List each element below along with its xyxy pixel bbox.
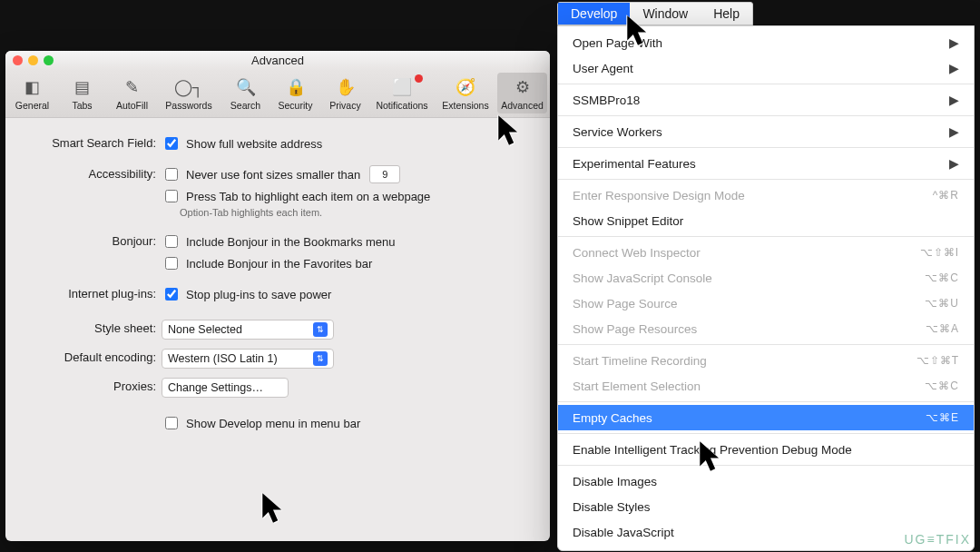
style-sheet-label: Style sheet: [20, 320, 162, 335]
never-font-checkbox[interactable]: Never use font sizes smaller than9 [162, 165, 535, 183]
menu-item[interactable]: Open Page With▶ [558, 30, 974, 55]
menu-separator [558, 433, 974, 434]
menu-item-label: Enter Responsive Design Mode [573, 189, 924, 202]
chevron-updown-icon: ⇅ [313, 351, 328, 366]
menu-item[interactable]: Show Snippet Editor [558, 208, 974, 233]
tabs-icon: ▤ [71, 76, 94, 98]
menu-item-shortcut: ⌥⇧⌘I [920, 246, 959, 259]
chevron-right-icon: ▶ [949, 156, 959, 171]
menu-item-label: Show Page Resources [573, 322, 916, 336]
tab-general[interactable]: ◧General [7, 73, 57, 113]
tab-privacy[interactable]: ✋Privacy [320, 73, 370, 113]
accessibility-hint: Option-Tab highlights each item. [180, 207, 535, 218]
window-controls [13, 55, 54, 65]
close-icon[interactable] [13, 55, 23, 65]
cursor-icon [261, 492, 285, 521]
menu-item: Show Page Source⌥⌘U [558, 291, 974, 316]
window-titlebar: Advanced [5, 51, 550, 71]
menu-item: Show Page Resources⌥⌘A [558, 316, 974, 341]
menu-separator [558, 84, 974, 84]
menu-item-shortcut: ⌥⌘C [925, 271, 959, 284]
menu-item-label: Start Element Selection [573, 380, 916, 393]
press-tab-checkbox[interactable]: Press Tab to highlight each item on a we… [162, 187, 535, 205]
change-settings-button[interactable]: Change Settings… [162, 378, 289, 398]
key-icon: ◯┐ [177, 76, 201, 98]
watermark: UG≡TFIX [905, 532, 972, 547]
cursor-icon [699, 440, 722, 469]
menubar-item-develop[interactable]: Develop [558, 3, 630, 25]
bonjour-bookmarks-checkbox[interactable]: Include Bonjour in the Bookmarks menu [162, 232, 535, 251]
menu-item[interactable]: SSMBPro18▶ [558, 87, 974, 113]
menu-item[interactable]: Enable Intelligent Tracking Prevention D… [558, 437, 974, 462]
menu-item-label: Disable JavaScript [573, 526, 959, 539]
menu-item-shortcut: ⌥⌘A [926, 322, 959, 335]
tab-passwords[interactable]: ◯┐Passwords [157, 73, 220, 113]
menu-item: Enter Responsive Design Mode^⌘R [558, 182, 974, 208]
menu-item-shortcut: ⌥⌘C [925, 380, 959, 392]
menubar: Develop Window Help [557, 2, 753, 25]
menu-item[interactable]: Experimental Features▶ [558, 151, 974, 176]
chevron-right-icon: ▶ [949, 35, 959, 50]
tab-search[interactable]: 🔍Search [220, 73, 270, 113]
menu-item[interactable]: Service Workers▶ [558, 119, 974, 144]
prefs-toolbar: ◧General ▤Tabs ✎AutoFill ◯┐Passwords 🔍Se… [5, 71, 550, 118]
font-size-stepper[interactable]: 9 [369, 165, 400, 183]
chevron-updown-icon: ⇅ [313, 322, 328, 337]
menu-item-shortcut: ⌥⇧⌘T [916, 354, 959, 367]
default-encoding-label: Default encoding: [20, 349, 162, 364]
bonjour-label: Bonjour: [20, 232, 162, 248]
prefs-body: Smart Search Field: Show full website ad… [5, 118, 550, 454]
tab-tabs[interactable]: ▤Tabs [57, 73, 107, 113]
default-encoding-select[interactable]: Western (ISO Latin 1)⇅ [162, 349, 334, 369]
menu-item-label: Show JavaScript Console [573, 271, 916, 285]
gear-icon: ⚙ [511, 76, 534, 98]
menu-item-shortcut: ⌥⌘E [926, 411, 959, 424]
menubar-item-help[interactable]: Help [701, 3, 752, 25]
cursor-icon [626, 15, 650, 44]
stop-plugins-checkbox[interactable]: Stop plug-ins to save power [162, 285, 535, 303]
accessibility-label: Accessibility: [20, 165, 162, 181]
develop-menu: Open Page With▶User Agent▶SSMBPro18▶Serv… [557, 25, 975, 551]
menu-item: Show JavaScript Console⌥⌘C [558, 265, 974, 291]
menu-item[interactable]: Disable Images [558, 468, 974, 494]
pencil-icon: ✎ [121, 76, 144, 98]
menu-item-label: SSMBPro18 [573, 94, 940, 107]
preferences-window: Advanced ◧General ▤Tabs ✎AutoFill ◯┐Pass… [5, 51, 550, 541]
menu-item-shortcut: ⌥⌘U [925, 297, 959, 310]
tab-notifications[interactable]: ⬜Notifications [370, 73, 434, 113]
menu-separator [558, 236, 974, 237]
menu-item-label: Start Timeline Recording [573, 354, 907, 368]
minimize-icon[interactable] [28, 55, 38, 65]
zoom-icon[interactable] [44, 55, 54, 65]
menu-item-label: User Agent [573, 62, 940, 75]
menu-item: Connect Web Inspector⌥⇧⌘I [558, 240, 974, 265]
cursor-icon [497, 114, 521, 143]
menu-separator [558, 115, 974, 116]
tab-autofill[interactable]: ✎AutoFill [107, 73, 157, 113]
menu-item-label: Empty Caches [573, 411, 916, 425]
bonjour-favorites-checkbox[interactable]: Include Bonjour in the Favorites bar [162, 254, 535, 272]
menu-item-label: Disable Images [573, 475, 959, 488]
menu-item-label: Experimental Features [573, 157, 940, 171]
menu-item[interactable]: Disable Styles [558, 494, 974, 519]
compass-icon: 🧭 [454, 76, 477, 98]
tab-security[interactable]: 🔒Security [270, 73, 320, 113]
menu-item-label: Connect Web Inspector [573, 246, 911, 260]
tab-extensions[interactable]: 🧭Extensions [434, 73, 497, 113]
tab-advanced[interactable]: ⚙Advanced [497, 73, 547, 113]
menu-item-label: Service Workers [573, 125, 940, 139]
menu-separator [558, 465, 974, 466]
menu-item[interactable]: Empty Caches⌥⌘E [558, 405, 974, 430]
menu-item-label: Show Snippet Editor [573, 214, 959, 228]
menu-item: Start Timeline Recording⌥⇧⌘T [558, 348, 974, 373]
menu-separator [558, 401, 974, 402]
menu-item[interactable]: User Agent▶ [558, 55, 974, 81]
bell-icon: ⬜ [390, 76, 414, 98]
show-full-url-checkbox[interactable]: Show full website address [162, 134, 535, 153]
hand-icon: ✋ [334, 76, 358, 98]
menu-item-label: Enable Intelligent Tracking Prevention D… [573, 443, 959, 457]
show-develop-menu-checkbox[interactable]: Show Develop menu in menu bar [162, 414, 535, 432]
menu-separator [558, 179, 974, 180]
menu-item: Start Element Selection⌥⌘C [558, 373, 974, 399]
style-sheet-select[interactable]: None Selected⇅ [162, 320, 334, 340]
